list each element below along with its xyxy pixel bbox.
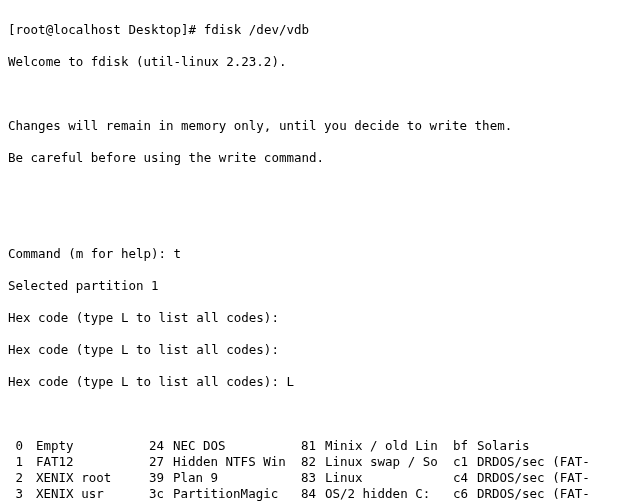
hex-code-prompt-1: Hex code (type L to list all codes):: [8, 310, 619, 326]
selected-partition-line: Selected partition 1: [8, 278, 619, 294]
partition-hex: 0: [8, 438, 36, 454]
partition-type-table: 0Empty24NEC DOS81Minix / old LinbfSolari…: [8, 438, 590, 502]
partition-hex: 83: [301, 470, 325, 486]
terminal-output: [root@localhost Desktop]# fdisk /dev/vdb…: [8, 6, 619, 502]
partition-hex: c4: [453, 470, 477, 486]
partition-name: Linux swap / So: [325, 454, 453, 470]
table-row: 3XENIX usr3cPartitionMagic84OS/2 hidden …: [8, 486, 590, 502]
partition-name: Linux: [325, 470, 453, 486]
blank-line: [8, 214, 619, 230]
blank-line: [8, 86, 619, 102]
partition-name: DRDOS/sec (FAT-: [477, 470, 590, 486]
welcome-line: Welcome to fdisk (util-linux 2.23.2).: [8, 54, 619, 70]
partition-hex: 3c: [149, 486, 173, 502]
command-help-line: Command (m for help): t: [8, 246, 619, 262]
partition-hex: 84: [301, 486, 325, 502]
shell-prompt: [root@localhost Desktop]#: [8, 22, 204, 37]
partition-hex: bf: [453, 438, 477, 454]
partition-name: XENIX usr: [36, 486, 149, 502]
partition-hex: c6: [453, 486, 477, 502]
command-text: fdisk /dev/vdb: [204, 22, 309, 37]
table-row: 2XENIX root39Plan 983Linuxc4DRDOS/sec (F…: [8, 470, 590, 486]
blank-line: [8, 182, 619, 198]
partition-name: Solaris: [477, 438, 590, 454]
table-row: 1FAT1227Hidden NTFS Win82Linux swap / So…: [8, 454, 590, 470]
partition-hex: 27: [149, 454, 173, 470]
partition-hex: 24: [149, 438, 173, 454]
partition-hex: 2: [8, 470, 36, 486]
careful-line: Be careful before using the write comman…: [8, 150, 619, 166]
partition-name: Plan 9: [173, 470, 301, 486]
hex-code-prompt-3: Hex code (type L to list all codes): L: [8, 374, 619, 390]
partition-name: Minix / old Lin: [325, 438, 453, 454]
partition-hex: 1: [8, 454, 36, 470]
partition-name: DRDOS/sec (FAT-: [477, 486, 590, 502]
partition-name: Empty: [36, 438, 149, 454]
table-row: 0Empty24NEC DOS81Minix / old LinbfSolari…: [8, 438, 590, 454]
partition-name: XENIX root: [36, 470, 149, 486]
partition-name: OS/2 hidden C:: [325, 486, 453, 502]
partition-hex: 39: [149, 470, 173, 486]
partition-hex: 81: [301, 438, 325, 454]
hex-code-prompt-2: Hex code (type L to list all codes):: [8, 342, 619, 358]
prompt-line: [root@localhost Desktop]# fdisk /dev/vdb: [8, 22, 619, 38]
partition-name: PartitionMagic: [173, 486, 301, 502]
partition-name: FAT12: [36, 454, 149, 470]
changes-line: Changes will remain in memory only, unti…: [8, 118, 619, 134]
partition-name: DRDOS/sec (FAT-: [477, 454, 590, 470]
blank-line: [8, 406, 619, 422]
partition-name: Hidden NTFS Win: [173, 454, 301, 470]
partition-hex: 82: [301, 454, 325, 470]
partition-hex: 3: [8, 486, 36, 502]
partition-name: NEC DOS: [173, 438, 301, 454]
partition-hex: c1: [453, 454, 477, 470]
